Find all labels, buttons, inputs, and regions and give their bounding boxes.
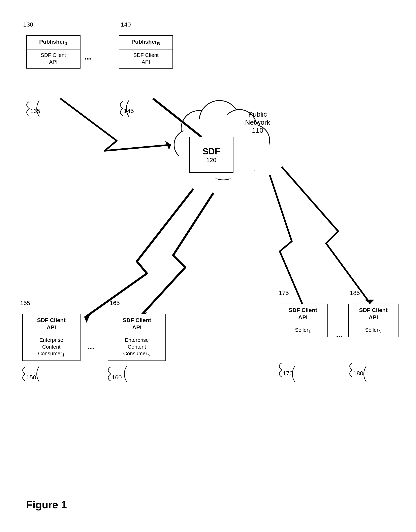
ref-150-label: 150 [26, 374, 36, 381]
consumer1-box: SDF ClientAPI EnterpriseContentConsumer1 [22, 314, 80, 361]
consumerN-box: SDF ClientAPI EnterpriseContentConsumerN [108, 314, 166, 361]
ref-175: 175 [279, 290, 289, 296]
seller1-api: SDF ClientAPI [278, 304, 327, 324]
sdf-label: SDF [202, 146, 220, 157]
svg-text:Network: Network [245, 118, 270, 126]
sellerN-label: SellerN [349, 324, 398, 337]
sellerN-box: SDF ClientAPI SellerN [348, 304, 398, 337]
ref-165: 165 [110, 300, 120, 306]
consumer1-subscript: 1 [62, 353, 65, 358]
sellerN-subscript: N [378, 329, 382, 334]
consumerN-subscript: N [147, 353, 150, 358]
ref-145-label: 145 [124, 108, 134, 114]
svg-point-4 [229, 141, 262, 173]
ref-140: 140 [121, 21, 131, 28]
ref-135-label: 135 [30, 108, 40, 114]
svg-marker-9 [165, 141, 171, 150]
seller1-label: Seller1 [278, 324, 327, 337]
seller1-box: SDF ClientAPI Seller1 [278, 304, 328, 337]
publisher1-api: SDF ClientAPI [27, 49, 80, 68]
consumer1-api: SDF ClientAPI [23, 314, 80, 334]
svg-point-3 [238, 125, 270, 157]
ref-170-label: 170 [283, 370, 293, 377]
publisherN-subscript: N [157, 41, 160, 46]
seller1-subscript: 1 [308, 329, 311, 334]
svg-marker-11 [85, 314, 90, 323]
consumerN-api: SDF ClientAPI [108, 314, 165, 334]
consumer1-label: EnterpriseContentConsumer1 [23, 334, 80, 361]
ref-160-label: 160 [112, 374, 122, 381]
sdf-box: SDF 120 [189, 137, 233, 173]
publisherN-api: SDF ClientAPI [119, 49, 172, 68]
ref-185: 185 [350, 290, 360, 296]
publisher1-box: Publisher1 SDF ClientAPI [26, 35, 80, 68]
publisherN-box: PublisherN SDF ClientAPI [119, 35, 173, 68]
svg-text:Public: Public [248, 110, 267, 118]
publisherN-label: PublisherN [119, 36, 172, 49]
sellerN-api: SDF ClientAPI [349, 304, 398, 324]
ref-180-label: 180 [353, 370, 363, 377]
publisher1-label: Publisher1 [27, 36, 80, 49]
dots-sellers: ... [336, 330, 343, 339]
figure-label: Figure 1 [26, 499, 67, 511]
svg-text:110: 110 [252, 126, 263, 134]
ref-155: 155 [20, 300, 30, 306]
svg-marker-14 [364, 300, 374, 304]
publisher1-subscript: 1 [65, 41, 67, 46]
dots-publishers: ... [85, 52, 91, 61]
dots-consumers: ... [88, 342, 94, 351]
consumerN-label: EnterpriseContentConsumerN [108, 334, 165, 361]
svg-point-1 [199, 101, 239, 141]
ref-130: 130 [23, 21, 33, 28]
sdf-ref: 120 [206, 157, 216, 163]
